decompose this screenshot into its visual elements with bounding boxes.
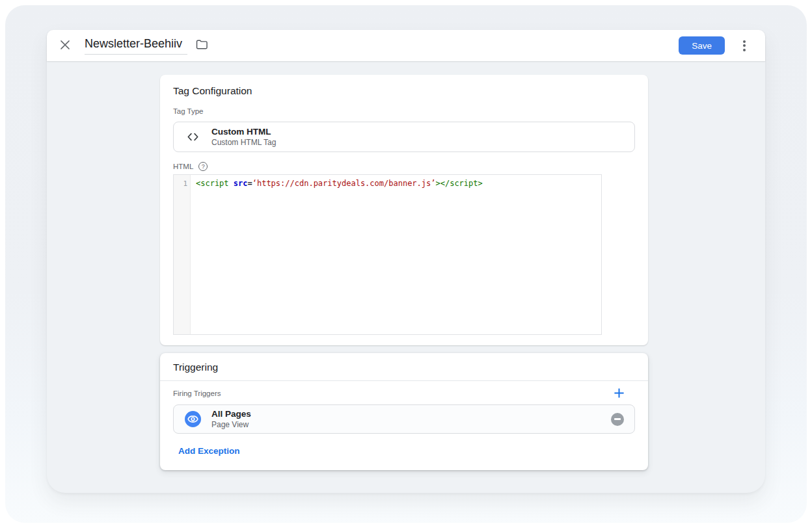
html-code-editor[interactable]: 1 <script src=‘https://cdn.paritydeals.c… [173, 174, 602, 335]
add-exception-link[interactable]: Add Exception [178, 446, 240, 456]
trigger-row[interactable]: All Pages Page View [173, 404, 635, 434]
tag-type-description: Custom HTML Tag [211, 138, 276, 148]
topbar: Newsletter-Beehiiv Save [47, 30, 765, 61]
eye-pageview-icon [174, 411, 211, 427]
move-to-folder-button[interactable] [194, 37, 209, 54]
folder-icon [195, 38, 208, 53]
help-circle-icon[interactable]: ? [198, 162, 208, 171]
kebab-menu-icon [743, 40, 746, 51]
page-background: Newsletter-Beehiiv Save Tag Configuratio… [5, 5, 807, 523]
overflow-menu-button[interactable] [725, 39, 747, 53]
tag-name-field[interactable]: Newsletter-Beehiiv [85, 37, 187, 55]
editor-gutter: 1 [174, 175, 191, 334]
triggering-heading: Triggering [173, 362, 218, 373]
html-field-label-row: HTML ? [173, 162, 208, 171]
code-line: <script src=‘https://cdn.paritydeals.com… [191, 175, 601, 334]
tag-configuration-card: Tag Configuration Tag Type Custom HTML C… [160, 75, 648, 345]
triggering-card: Triggering Firing Triggers [160, 353, 648, 470]
save-button[interactable]: Save [679, 36, 725, 55]
trigger-name: All Pages [211, 408, 251, 420]
line-number: 1 [183, 179, 187, 188]
minus-circle-icon [614, 418, 621, 419]
tag-type-name: Custom HTML [211, 126, 276, 138]
trigger-type: Page View [211, 420, 251, 430]
tag-configuration-heading: Tag Configuration [173, 85, 252, 97]
html-label: HTML [173, 163, 193, 170]
add-trigger-button[interactable] [612, 386, 626, 402]
tag-type-selector[interactable]: Custom HTML Custom HTML Tag [173, 122, 635, 152]
firing-triggers-label: Firing Triggers [173, 389, 221, 397]
close-icon [60, 40, 70, 52]
triggering-header-divider [160, 380, 648, 381]
plus-icon [614, 388, 625, 401]
tag-editor-panel: Newsletter-Beehiiv Save Tag Configuratio… [47, 30, 765, 493]
remove-trigger-button[interactable] [611, 413, 624, 426]
code-icon [174, 130, 211, 144]
close-button[interactable] [59, 38, 72, 53]
tag-type-label: Tag Type [173, 107, 203, 115]
